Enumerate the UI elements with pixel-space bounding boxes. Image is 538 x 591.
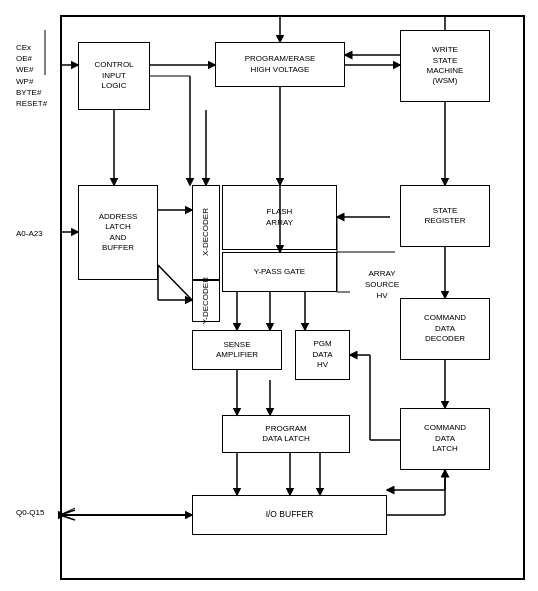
block-diagram: CONTROL INPUT LOGIC PROGRAM/ERASE HIGH V…	[0, 0, 538, 591]
io-buffer-box: I/O BUFFER	[192, 495, 387, 535]
y-pass-gate-box: Y-PASS GATE	[222, 252, 337, 292]
sense-amplifier-box: SENSE AMPLIFIER	[192, 330, 282, 370]
pgm-data-hv-box: PGM DATA HV	[295, 330, 350, 380]
y-decoder-box: Y-DECODER	[192, 280, 220, 322]
input-signals-label: CEx OE# WE# WP# BYTE# RESET#	[16, 42, 47, 109]
program-data-latch-box: PROGRAM DATA LATCH	[222, 415, 350, 453]
control-input-logic-box: CONTROL INPUT LOGIC	[78, 42, 150, 110]
program-erase-hv-box: PROGRAM/ERASE HIGH VOLTAGE	[215, 42, 345, 87]
state-register-box: STATE REGISTER	[400, 185, 490, 247]
address-label: A0-A23	[16, 228, 43, 239]
address-latch-buffer-box: ADDRESS LATCH AND BUFFER	[78, 185, 158, 280]
command-data-latch-box: COMMAND DATA LATCH	[400, 408, 490, 470]
write-state-machine-box: WRITE STATE MACHINE (WSM)	[400, 30, 490, 102]
command-data-decoder-box: COMMAND DATA DECODER	[400, 298, 490, 360]
x-decoder-box: X-DECODER	[192, 185, 220, 280]
data-label: Q0-Q15	[16, 507, 44, 518]
flash-array-box: FLASH ARRAY	[222, 185, 337, 250]
array-source-hv-label: ARRAY SOURCE HV	[352, 268, 412, 302]
